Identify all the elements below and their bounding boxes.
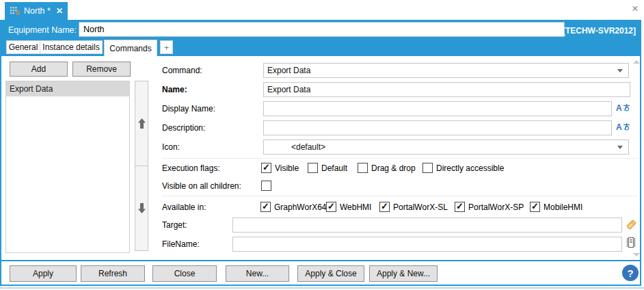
help-button[interactable]: ? — [622, 265, 639, 281]
scroll-down-icon[interactable] — [633, 253, 640, 256]
equipment-name-input[interactable] — [79, 22, 565, 37]
display-name-input[interactable] — [263, 101, 612, 116]
description-input[interactable] — [263, 120, 612, 135]
checkbox-icon — [379, 202, 390, 212]
visible-children-label: Visible on all children: — [162, 181, 241, 191]
command-label: Command: — [162, 66, 202, 75]
available-in-row: GraphWorX64 WebHMI PortalWorX-SL PortalW… — [1, 202, 640, 213]
new-button[interactable]: New... — [226, 265, 289, 282]
checkbox-icon — [455, 202, 465, 212]
apply-close-button[interactable]: Apply & Close — [297, 265, 364, 282]
tab-instance-details[interactable]: Instance details — [40, 40, 103, 54]
name-input[interactable] — [263, 82, 630, 97]
chevron-down-icon — [617, 69, 623, 72]
commands-tab-content: Add Remove Export Data Command: — [1, 56, 640, 260]
footer-bar: Apply Refresh Close New... Apply & Close… — [1, 260, 640, 286]
list-item-export-data[interactable]: Export Data — [6, 81, 129, 96]
tab-general[interactable]: General — [6, 40, 40, 54]
tabstrip: General Instance details Commands + — [1, 39, 640, 56]
dialog-header: Equipment Name: [TECHW-SVR2012] General … — [1, 20, 640, 56]
equipment-name-label: Equipment Name: — [8, 25, 77, 35]
execution-flags-row: Visible Default Drag & drop Directly acc… — [1, 163, 640, 174]
command-value: Export Data — [267, 66, 310, 75]
filename-label: FileName: — [162, 239, 200, 249]
checkbox-icon — [530, 202, 540, 212]
icon-dropdown[interactable]: <default> — [263, 140, 629, 155]
description-label: Description: — [162, 123, 205, 133]
checkbox-icon — [261, 163, 271, 173]
divider — [162, 196, 638, 196]
checkbox-icon — [422, 163, 433, 173]
filename-input[interactable] — [232, 237, 622, 252]
file-list-icon[interactable] — [626, 237, 636, 250]
apply-new-button[interactable]: Apply & New... — [369, 265, 438, 282]
command-dropdown[interactable]: Export Data — [263, 63, 629, 78]
checkbox-icon — [260, 202, 271, 212]
target-input[interactable] — [232, 218, 622, 233]
tag-icon[interactable] — [626, 219, 637, 233]
move-up-button[interactable] — [135, 81, 148, 166]
checkbox-icon — [308, 163, 318, 173]
equipment-dialog: Equipment Name: [TECHW-SVR2012] General … — [0, 20, 641, 286]
refresh-button[interactable]: Refresh — [81, 265, 145, 282]
arrow-up-icon — [137, 118, 146, 129]
icon-label: Icon: — [162, 142, 180, 152]
localization-icon[interactable]: A — [616, 122, 630, 132]
window-close-icon[interactable]: × — [629, 3, 641, 15]
checkbox-icon — [261, 181, 271, 191]
tab-add[interactable]: + — [160, 40, 173, 54]
name-label: Name: — [162, 85, 187, 94]
apply-button[interactable]: Apply — [10, 265, 77, 282]
remove-button[interactable]: Remove — [72, 62, 131, 77]
add-button[interactable]: Add — [10, 62, 68, 77]
target-label: Target: — [162, 220, 187, 230]
close-button[interactable]: Close — [152, 265, 217, 282]
window-bottom-edge — [0, 287, 644, 289]
equipment-icon — [10, 7, 20, 16]
document-tab-north[interactable]: North * ✕ — [5, 2, 68, 20]
localization-icon[interactable]: A — [616, 103, 630, 113]
tab-close-icon[interactable]: ✕ — [56, 6, 63, 16]
scroll-up-icon[interactable] — [633, 60, 640, 64]
tab-commands[interactable]: Commands — [104, 40, 157, 56]
checkbox-icon — [326, 202, 336, 212]
divider — [162, 158, 638, 159]
checkbox-icon — [358, 163, 368, 173]
document-tab-label: North * — [24, 6, 51, 16]
workbench-window: North * ✕ × Equipment Name: [TECHW-SVR20… — [0, 0, 644, 290]
display-name-label: Display Name: — [162, 104, 215, 114]
icon-value: <default> — [291, 142, 325, 152]
server-name-label: [TECHW-SVR2012] — [563, 26, 636, 36]
chevron-down-icon — [617, 146, 623, 149]
